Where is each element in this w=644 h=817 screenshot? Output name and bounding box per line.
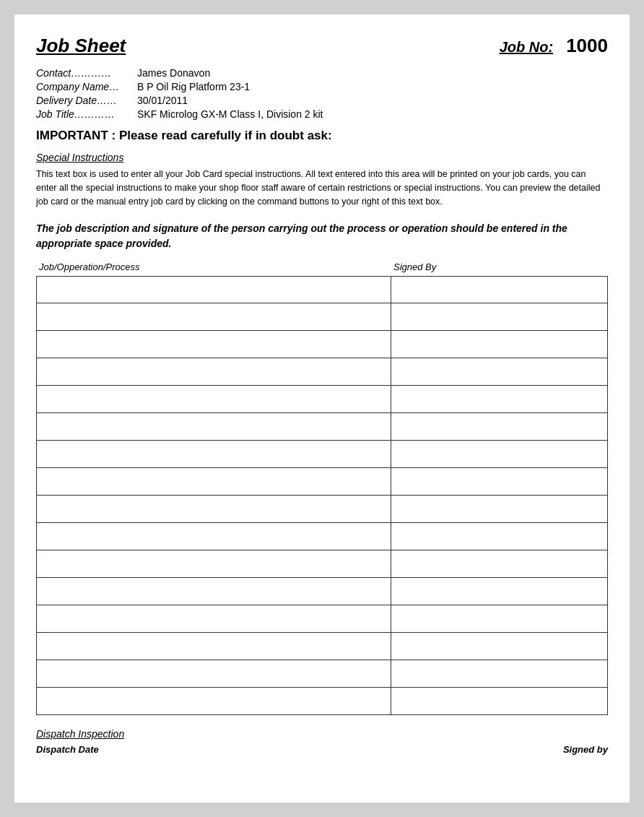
table-body — [36, 276, 608, 715]
cell-signed[interactable] — [391, 550, 608, 578]
cell-signed[interactable] — [391, 331, 608, 358]
cell-job[interactable] — [36, 523, 391, 550]
table-row — [36, 523, 608, 550]
cell-job[interactable] — [36, 660, 391, 688]
cell-job[interactable] — [36, 605, 391, 633]
table-row — [36, 605, 608, 633]
job-no-section: Job No: 1000 — [500, 35, 608, 57]
company-row: Company Name… B P Oil Rig Platform 23-1 — [36, 81, 608, 92]
table-row — [36, 386, 608, 413]
company-value: B P Oil Rig Platform 23-1 — [137, 81, 250, 92]
table-row — [36, 468, 608, 496]
job-no-label: Job No: — [500, 39, 553, 56]
dispatch-section: Dispatch Inspection Dispatch Date Signed… — [36, 728, 608, 755]
operations-table: Job/Opperation/Process Signed By — [36, 260, 608, 715]
cell-signed[interactable] — [391, 276, 608, 303]
cell-job[interactable] — [36, 413, 391, 441]
cell-signed[interactable] — [391, 441, 608, 468]
cell-job[interactable] — [36, 303, 391, 331]
info-section: Contact………… James Donavon Company Name… … — [36, 67, 608, 120]
col-signed-label: Signed By — [391, 261, 436, 272]
page-header: Job Sheet Job No: 1000 — [36, 35, 608, 57]
col-job-header: Job/Opperation/Process — [36, 260, 391, 273]
job-title-label: Job Title………… — [36, 108, 137, 120]
important-notice: IMPORTANT : Please read carefully if in … — [36, 129, 608, 143]
special-instructions-title: Special Instructions — [36, 152, 608, 163]
contact-value: James Donavon — [137, 67, 210, 79]
cell-job[interactable] — [36, 358, 391, 386]
cell-job[interactable] — [36, 386, 391, 413]
cell-job[interactable] — [36, 688, 391, 715]
cell-signed[interactable] — [391, 468, 608, 496]
cell-job[interactable] — [36, 331, 391, 358]
contact-row: Contact………… James Donavon — [36, 67, 608, 79]
table-row — [36, 496, 608, 523]
cell-job[interactable] — [36, 441, 391, 468]
table-row — [36, 660, 608, 688]
table-row — [36, 413, 608, 441]
cell-job[interactable] — [36, 578, 391, 605]
col-signed-header: Signed By — [391, 260, 608, 273]
cell-signed[interactable] — [391, 358, 608, 386]
job-title-row: Job Title………… SKF Microlog GX-M Class I,… — [36, 108, 608, 120]
job-sheet-page: Job Sheet Job No: 1000 Contact………… James… — [14, 14, 630, 803]
table-row — [36, 276, 608, 303]
col-job-label: Job/Opperation/Process — [36, 261, 139, 272]
table-row — [36, 550, 608, 578]
cell-signed[interactable] — [391, 413, 608, 441]
cell-job[interactable] — [36, 550, 391, 578]
table-row — [36, 358, 608, 386]
cell-signed[interactable] — [391, 660, 608, 688]
delivery-label: Delivery Date…… — [36, 95, 137, 106]
cell-signed[interactable] — [391, 633, 608, 660]
table-row — [36, 441, 608, 468]
cell-signed[interactable] — [391, 578, 608, 605]
job-description-note: The job description and signature of the… — [36, 221, 608, 251]
cell-job[interactable] — [36, 276, 391, 303]
delivery-row: Delivery Date…… 30/01/2011 — [36, 95, 608, 106]
table-row — [36, 303, 608, 331]
dispatch-title: Dispatch Inspection — [36, 728, 608, 740]
job-title-value: SKF Microlog GX-M Class I, Division 2 ki… — [137, 108, 323, 120]
job-no-value: 1000 — [566, 35, 608, 57]
cell-signed[interactable] — [391, 496, 608, 523]
table-row — [36, 578, 608, 605]
dispatch-row: Dispatch Date Signed by — [36, 744, 608, 755]
table-row — [36, 331, 608, 358]
special-instructions-section: Special Instructions This text box is us… — [36, 152, 608, 208]
dispatch-signed-label: Signed by — [563, 744, 608, 755]
contact-label: Contact………… — [36, 67, 137, 79]
table-row — [36, 688, 608, 715]
cell-job[interactable] — [36, 496, 391, 523]
table-row — [36, 633, 608, 660]
cell-signed[interactable] — [391, 303, 608, 331]
cell-signed[interactable] — [391, 688, 608, 715]
cell-job[interactable] — [36, 468, 391, 496]
page-title: Job Sheet — [36, 35, 126, 57]
cell-job[interactable] — [36, 633, 391, 660]
dispatch-date-label: Dispatch Date — [36, 744, 99, 755]
special-instructions-body: This text box is used to enter all your … — [36, 168, 608, 208]
cell-signed[interactable] — [391, 386, 608, 413]
company-label: Company Name… — [36, 81, 137, 92]
cell-signed[interactable] — [391, 605, 608, 633]
table-header: Job/Opperation/Process Signed By — [36, 260, 608, 273]
delivery-value: 30/01/2011 — [137, 95, 188, 106]
cell-signed[interactable] — [391, 523, 608, 550]
